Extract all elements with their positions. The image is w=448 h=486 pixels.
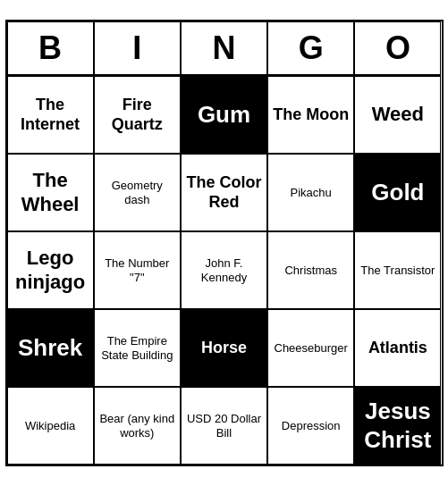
bingo-cell: Gold <box>354 154 441 231</box>
bingo-cell: The Number "7" <box>94 231 181 309</box>
bingo-cell: Cheeseburger <box>267 309 354 387</box>
bingo-cell: The Empire State Building <box>94 309 181 387</box>
header-letter: N <box>181 21 267 76</box>
bingo-cell: John F. Kennedy <box>181 231 267 309</box>
bingo-cell: The Internet <box>7 76 94 154</box>
bingo-cell: Wikipedia <box>7 387 94 465</box>
header-letter: G <box>267 21 354 76</box>
bingo-cell: Horse <box>181 309 267 387</box>
bingo-cell: Fire Quartz <box>94 76 181 154</box>
bingo-cell: The Color Red <box>181 154 267 231</box>
bingo-cell: The Wheel <box>7 154 94 231</box>
header-letter: O <box>354 21 441 76</box>
bingo-header: BINGO <box>7 21 442 76</box>
bingo-cell: The Moon <box>267 76 354 154</box>
header-letter: B <box>7 21 94 76</box>
bingo-cell: Bear (any kind works) <box>94 387 181 465</box>
bingo-grid: The InternetFire QuartzGumThe MoonWeedTh… <box>7 76 442 465</box>
bingo-cell: Geometry dash <box>94 154 181 231</box>
bingo-cell: Jesus Christ <box>354 387 441 465</box>
bingo-cell: Atlantis <box>354 309 441 387</box>
bingo-cell: Lego ninjago <box>7 231 94 309</box>
bingo-cell: Gum <box>181 76 267 154</box>
bingo-cell: Shrek <box>7 309 94 387</box>
bingo-cell: Weed <box>354 76 441 154</box>
bingo-cell: USD 20 Dollar Bill <box>181 387 267 465</box>
bingo-cell: Christmas <box>267 231 354 309</box>
bingo-cell: Depression <box>267 387 354 465</box>
bingo-card: BINGO The InternetFire QuartzGumThe Moon… <box>5 20 444 466</box>
bingo-cell: The Transistor <box>354 231 441 309</box>
header-letter: I <box>94 21 181 76</box>
bingo-cell: Pikachu <box>267 154 354 231</box>
